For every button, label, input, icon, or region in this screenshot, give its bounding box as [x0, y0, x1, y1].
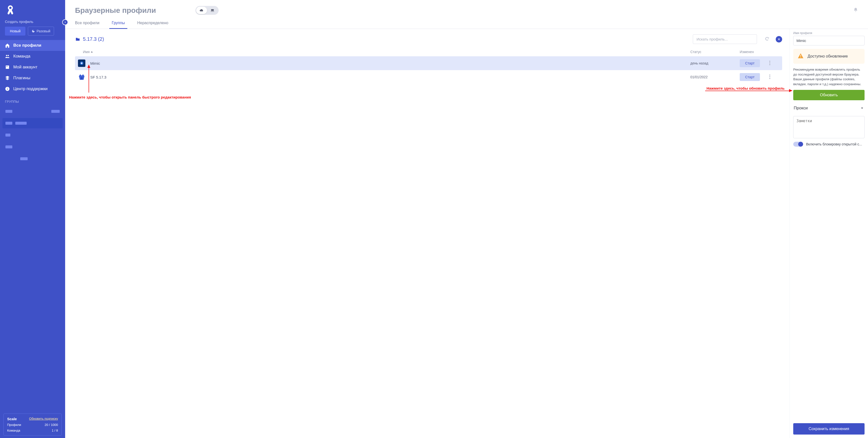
group-item[interactable] [2, 130, 63, 140]
quick-edit-panel: Имя профиля Доступно обновление Рекоменд… [789, 29, 868, 438]
quick-profile-button[interactable]: Разовый [28, 27, 54, 35]
browser-icon-stealthfox [78, 73, 85, 81]
upgrade-link[interactable]: Обновить подписку [29, 417, 58, 421]
row-more-button[interactable] [769, 75, 779, 80]
plugins-icon [5, 76, 10, 81]
account-icon [5, 65, 10, 69]
row-name: SF 5.17.3 [90, 75, 651, 79]
folder-icon [75, 37, 81, 42]
folder-name-label: 5.17.3 (2) [83, 36, 104, 42]
notifications-button[interactable] [853, 7, 858, 13]
search-input[interactable] [693, 34, 757, 44]
close-icon [777, 38, 780, 41]
nav-all-profiles-label: Все профили [13, 43, 41, 48]
team-label: Команда [7, 429, 20, 432]
page-title: Браузерные профили [75, 6, 156, 14]
nav-support[interactable]: Центр поддержки [0, 83, 65, 94]
quick-profile-label: Разовый [36, 29, 50, 33]
svg-rect-1 [7, 88, 8, 90]
save-button[interactable]: Сохранить изменения [793, 423, 865, 435]
sort-icon[interactable] [56, 99, 60, 104]
annotation-arrow-icon [789, 89, 793, 92]
svg-rect-2 [7, 88, 8, 88]
update-available-banner: Доступно обновление [793, 49, 865, 64]
svg-point-4 [769, 62, 770, 63]
group-item[interactable] [2, 142, 63, 152]
close-panel-button[interactable] [776, 36, 782, 42]
tab-unassigned[interactable]: Нераспределено [137, 18, 168, 29]
start-button[interactable]: Старт [740, 59, 760, 67]
nav-team[interactable]: Команда [0, 51, 65, 62]
cloud-mode-button[interactable] [196, 7, 207, 14]
table-header: Имя Статус Изменен [75, 49, 782, 56]
main: Браузерные профили Все профили Группы Не… [65, 0, 868, 438]
svg-point-3 [769, 61, 770, 62]
update-available-label: Доступно обновление [808, 54, 848, 59]
new-profile-button[interactable]: Новый [5, 27, 25, 35]
profile-name-input[interactable] [793, 36, 865, 46]
start-button[interactable]: Старт [740, 73, 760, 81]
session-lock-label: Включить блокировку открытой с... [806, 142, 862, 146]
update-description: Рекомендуем вовремя обновлять профиль до… [793, 67, 865, 86]
nav-team-label: Команда [13, 54, 30, 59]
tab-all-profiles[interactable]: Все профили [75, 18, 99, 29]
app-logo [0, 0, 65, 19]
nav-account[interactable]: Мой аккаунт [0, 62, 65, 72]
group-item[interactable] [2, 106, 63, 117]
refresh-button[interactable] [764, 36, 770, 42]
svg-point-7 [769, 76, 770, 77]
local-mode-button[interactable] [207, 7, 218, 14]
session-lock-toggle[interactable] [793, 142, 803, 147]
row-modified: 01/01/2022 [690, 75, 740, 79]
nav-account-label: Мой аккаунт [13, 65, 37, 69]
svg-point-5 [769, 64, 770, 65]
profiles-label: Профили [7, 423, 21, 427]
annotation-left: Нажмите здесь, чтобы открыть панель быст… [69, 95, 191, 99]
collapse-sidebar-button[interactable] [62, 19, 68, 25]
proxy-section-header[interactable]: Прокси [793, 104, 865, 113]
col-status[interactable]: Статус [690, 50, 740, 54]
view-mode-toggle [195, 6, 219, 15]
session-lock-toggle-row: Включить блокировку открытой с... [793, 142, 865, 147]
row-name: Mimic [90, 61, 651, 65]
group-item[interactable] [2, 118, 63, 128]
annotation-arrow-icon [89, 68, 89, 93]
warning-icon [798, 53, 804, 60]
row-more-button[interactable] [769, 61, 779, 66]
nav-plugins[interactable]: Плагины [0, 72, 65, 83]
folder-title[interactable]: 5.17.3 (2) [75, 36, 104, 42]
svg-rect-10 [800, 57, 801, 58]
annotation-right: Нажмите здесь, чтобы обновить профиль [706, 86, 785, 90]
update-button[interactable]: Обновить [793, 90, 865, 100]
table-row[interactable]: SF 5.17.3 01/01/2022 Старт [75, 70, 782, 84]
sort-asc-icon [91, 51, 93, 53]
proxy-section-label: Прокси [794, 106, 808, 111]
groups-header-label: ГРУППЫ [5, 100, 19, 104]
notes-input[interactable] [793, 116, 865, 138]
profiles-value: 20 / 1000 [45, 423, 58, 427]
tabs: Все профили Группы Нераспределено [65, 18, 868, 29]
info-icon [5, 86, 10, 91]
svg-rect-9 [800, 55, 801, 57]
row-modified: день назад [690, 61, 740, 65]
cloud-icon [199, 8, 204, 12]
nav-all-profiles[interactable]: Все профили [0, 40, 65, 51]
nav-support-label: Центр поддержки [13, 86, 48, 91]
table-row[interactable]: Mimic день назад Старт [75, 56, 782, 70]
annotation-arrow-icon [705, 91, 789, 91]
profile-list-area: 5.17.3 (2) Имя Статус [65, 29, 789, 438]
nav-plugins-label: Плагины [13, 76, 30, 81]
group-item[interactable] [2, 153, 63, 164]
timer-icon [32, 29, 35, 33]
col-name[interactable]: Имя [83, 50, 651, 54]
col-modified[interactable]: Изменен [740, 50, 769, 54]
svg-point-8 [769, 78, 770, 79]
bell-icon [853, 7, 858, 12]
groups-header: ГРУППЫ [0, 94, 65, 106]
col-name-label: Имя [83, 50, 90, 54]
tab-groups[interactable]: Группы [112, 18, 125, 29]
create-profile-label: Создать профиль [0, 19, 65, 27]
home-icon [5, 43, 10, 48]
team-icon [5, 54, 10, 59]
refresh-icon [764, 36, 770, 41]
